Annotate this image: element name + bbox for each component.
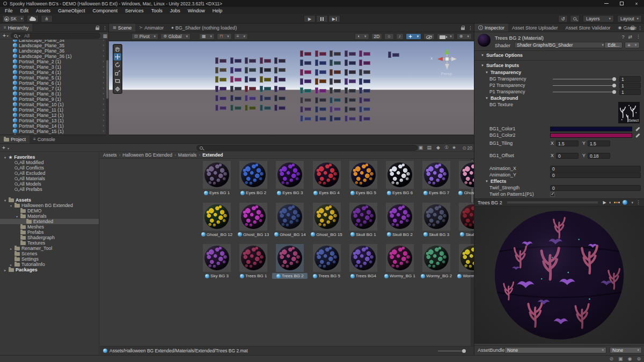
hierarchy-item[interactable]: Portrait_Plane_13 (1)› xyxy=(0,118,109,123)
expand-chevron[interactable]: › xyxy=(103,97,104,101)
hierarchy-item[interactable]: Portrait_Plane_2 (1)› xyxy=(0,59,109,64)
p2-transparency-slider[interactable] xyxy=(553,85,616,86)
asset-item-wormy-bg-1[interactable]: Wormy_BG 1 xyxy=(382,244,418,279)
menu-tools[interactable]: Tools xyxy=(148,7,166,14)
menu-assets[interactable]: Assets xyxy=(32,7,54,14)
snap-increment-dropdown[interactable]: ≡▾ xyxy=(234,33,248,40)
menu-services[interactable]: Services xyxy=(121,7,148,14)
step-button[interactable]: ▶ xyxy=(328,15,340,23)
preview-rendermode-dropdown[interactable]: ▾ xyxy=(623,200,633,205)
bg1-tiling-y-field[interactable]: 1.5 xyxy=(588,141,610,146)
expand-chevron[interactable]: › xyxy=(103,54,104,58)
search-everything-button[interactable] xyxy=(570,15,580,23)
project-tree-item-extended[interactable]: Extended xyxy=(0,219,99,224)
version-control-button[interactable]: ⋔ xyxy=(41,15,53,23)
expand-chevron[interactable]: › xyxy=(103,48,104,53)
menu-window[interactable]: Window xyxy=(184,7,209,14)
bg-transparency-slider[interactable] xyxy=(553,79,616,79)
expand-chevron[interactable]: › xyxy=(103,86,104,91)
move-tool[interactable] xyxy=(114,53,121,61)
close-button[interactable]: × xyxy=(629,0,644,7)
transparency-foldout[interactable]: ▼Transparency xyxy=(474,69,644,76)
scene-tab-animator[interactable]: ≻Animator xyxy=(135,24,167,32)
maximize-button[interactable] xyxy=(614,0,629,7)
asset-item-eyes-bg-6[interactable]: Eyes BG 6 xyxy=(382,161,418,196)
asset-item-eyes-bg-3[interactable]: Eyes BG 3 xyxy=(272,161,308,196)
bg1-tiling-x-field[interactable]: 1.5 xyxy=(556,141,579,146)
project-tab-project[interactable]: Project xyxy=(0,135,30,143)
surface-inputs-foldout[interactable]: ▼Surface Inputs xyxy=(474,62,644,69)
breadcrumb-item[interactable]: Extended xyxy=(202,152,223,158)
asset-item-ghost-bg-9[interactable]: Ghost_BG 9 xyxy=(455,161,474,196)
project-tree-item-packages[interactable]: ▸Packages xyxy=(0,267,99,272)
preview-header[interactable]: Trees BG 2 ▶ ◐ ▾ ⋮ xyxy=(474,198,644,206)
hierarchy-item[interactable]: Portrait_Plane_12 (1)› xyxy=(0,113,109,118)
eyedropper-icon[interactable] xyxy=(635,133,640,138)
asset-item-eyes-bg-1[interactable]: Eyes BG 1 xyxy=(199,161,235,196)
project-tree-item-all-modified[interactable]: All Modified xyxy=(0,160,99,165)
preview-color-channels-icon[interactable] xyxy=(614,202,620,203)
project-tab-console[interactable]: ≡Console xyxy=(30,135,59,143)
inspector-tab-inspector[interactable]: iInspector xyxy=(474,24,508,32)
background-foldout[interactable]: ▼Background xyxy=(474,95,644,101)
shader-menu-button[interactable]: ≡▾ xyxy=(625,42,640,48)
asset-item-trees-bg4[interactable]: Trees BG4 xyxy=(346,244,381,279)
project-tree-item-favorites[interactable]: ▾★Favorites xyxy=(0,154,99,160)
asset-item-eyes-bg-7[interactable]: Eyes BG 7 xyxy=(419,161,454,196)
lighting-toggle[interactable]: ☼ xyxy=(384,33,393,40)
hierarchy-item[interactable]: Portrait_Plane_7 (1)› xyxy=(0,86,109,91)
camera-settings-dropdown[interactable]: ▾ xyxy=(437,33,455,40)
expand-chevron[interactable]: › xyxy=(103,91,104,96)
project-tree-item-halloween-bg-extended[interactable]: ▾Halloween BG Extended xyxy=(0,203,99,208)
hierarchy-item[interactable]: Portrait_Plane_8 (1)› xyxy=(0,91,109,97)
expander-arrow[interactable]: ▸ xyxy=(9,247,13,250)
minimize-button[interactable] xyxy=(599,0,614,7)
hand-tool[interactable] xyxy=(114,45,121,53)
kebab-menu-icon[interactable]: ⋮ xyxy=(103,26,107,31)
thumbnail-size-slider[interactable] xyxy=(438,351,466,351)
asset-item-skull-bg-4[interactable]: Skull BG 4 xyxy=(455,203,474,238)
asset-item-eyes-bg-4[interactable]: Eyes BG 4 xyxy=(309,161,345,196)
gizmos-dropdown[interactable]: ⊕▾ xyxy=(457,33,472,40)
asset-item-wormy-bg-3[interactable]: Wormy_BG 3 xyxy=(455,244,474,279)
preview-drag-handle[interactable] xyxy=(507,202,598,203)
bg1-offset-y-field[interactable]: 0.18 xyxy=(588,153,610,159)
expander-arrow[interactable]: ▾ xyxy=(9,204,13,208)
hierarchy-item[interactable]: Portrait_Plane_9 (1)› xyxy=(0,97,109,102)
menu-component[interactable]: Component xyxy=(89,7,122,14)
asset-item-ghost-bg-14[interactable]: Ghost_BG 14 xyxy=(272,203,308,238)
project-tree-item-demo[interactable]: DEMO xyxy=(0,208,99,213)
audio-toggle[interactable]: ♪ xyxy=(396,33,404,40)
scene-tab-bg-shader-nothing-loaded[interactable]: ●BG_Shader (nothing loaded) xyxy=(167,24,240,32)
notifications-muted-icon[interactable]: ⊘ xyxy=(610,356,614,361)
asset-item-ghost-bg-12[interactable]: Ghost_BG 12 xyxy=(199,203,235,238)
search-by-type-icon[interactable]: ▣ xyxy=(418,145,423,150)
scene-plane-pair[interactable] xyxy=(388,51,399,58)
rotate-tool[interactable] xyxy=(114,61,121,69)
snap-settings-dropdown[interactable]: ⊓▾ xyxy=(217,33,232,40)
2d-toggle[interactable]: 2D xyxy=(371,33,383,40)
transform-tool[interactable] xyxy=(114,85,121,93)
expand-chevron[interactable]: › xyxy=(103,64,104,69)
hierarchy-item[interactable]: Portrait_Plane_3 (1)› xyxy=(0,64,109,70)
hierarchy-search-input[interactable]: ▾ All xyxy=(11,33,101,39)
bg1-color1-swatch[interactable] xyxy=(550,127,632,131)
edit-shader-button[interactable]: Edit... xyxy=(604,42,623,48)
slider-knob[interactable] xyxy=(612,90,616,94)
assetbundle-name-dropdown[interactable]: None▾ xyxy=(504,347,606,353)
shader-dropdown[interactable]: Shader Graphs/BG_Shader▾ xyxy=(514,42,606,48)
expander-arrow[interactable]: ▸ xyxy=(3,268,7,272)
animation-y-field[interactable]: 0 xyxy=(550,172,641,178)
twirl-strength-field[interactable]: 0 xyxy=(550,185,641,191)
project-tree-item-all-prefabs[interactable]: All Prefabs xyxy=(0,187,99,192)
menu-edit[interactable]: Edit xyxy=(17,7,33,14)
undo-history-button[interactable]: ↺ xyxy=(558,15,568,23)
project-tree-item-settings[interactable]: Settings xyxy=(0,256,99,262)
hierarchy-scrollbar[interactable] xyxy=(106,40,109,135)
expand-chevron[interactable]: › xyxy=(103,40,104,42)
bg-texture-thumbnail[interactable]: Select xyxy=(618,102,640,123)
asset-item-eyes-bg-5[interactable]: Eyes BG 5 xyxy=(346,161,381,196)
expander-arrow[interactable]: ▾ xyxy=(3,198,7,202)
cloud-button[interactable] xyxy=(27,15,39,23)
project-tree-item-tutorialinfo[interactable]: ▸TutorialInfo xyxy=(0,262,99,267)
